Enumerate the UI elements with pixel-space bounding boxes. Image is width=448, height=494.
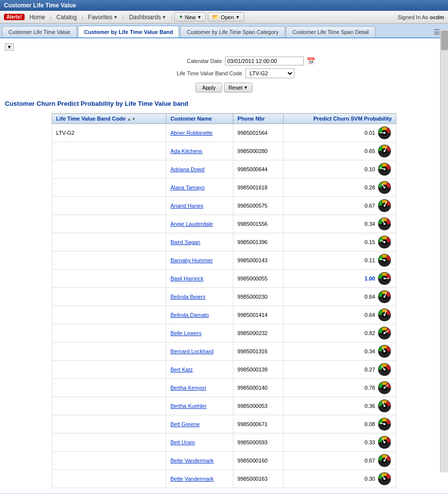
cell-customer-name[interactable]: Bett Uram [166,433,233,452]
cell-probability: 0.30 [283,470,396,488]
cell-probability: 0.11 [283,251,396,270]
table-row: Belle Lowers99850002320.82 [52,324,396,342]
cell-band-code [52,142,166,160]
probability-value: 0.64 [365,312,375,318]
cell-customer-name[interactable]: Bett Greene [166,415,233,433]
col-header-phone[interactable]: Phone Nbr [233,114,284,124]
probability-value: 0.10 [365,166,375,172]
cell-customer-name[interactable]: Belinda Damato [166,306,233,324]
probability-value: 0.33 [365,439,375,445]
sort-icon-band[interactable]: ▲▼ [127,117,136,122]
new-button[interactable]: ✦ New ▼ [174,12,206,22]
tab-list-icon[interactable]: ☰ [434,28,440,36]
probability-value: 0.67 [365,203,375,209]
catalog-link[interactable]: Catalog [54,13,80,22]
cell-probability: 0.08 [283,415,396,433]
title-bar: Customer Life Time Value [0,0,448,11]
table-row: Bett Uram99850005930.33 [52,433,396,452]
cell-customer-name[interactable]: Bernard Lockhard [166,342,233,361]
gauge-canvas [377,289,392,304]
cell-phone: 9985000575 [233,197,284,215]
tab-lifespan-category[interactable]: Customer by Life Time Span Category [180,26,285,37]
cell-customer-name[interactable]: Bert Katz [166,361,233,379]
scrollbar[interactable] [440,30,448,472]
open-button[interactable]: 📂 Open ▼ [208,12,244,22]
dashboards-link[interactable]: Dashboards ▼ [126,13,169,22]
cell-band-code [52,324,166,342]
cell-customer-name[interactable]: Baird Sagan [166,233,233,251]
cell-probability: 0.33 [283,433,396,452]
reset-button[interactable]: Reset ▼ [224,83,253,93]
cell-customer-name[interactable]: Bette Vandermark [166,470,233,488]
ltv-band-label: Life Time Value Band Code [154,70,242,76]
table-row: Angie Lauderdale99850015560.34 [52,215,396,233]
cell-phone: 9985001618 [233,179,284,197]
apply-button[interactable]: Apply [195,83,222,93]
calendar-date-input[interactable] [225,57,304,65]
calendar-date-row: Calendar Date 📅 [133,57,315,65]
cell-phone: 9985000139 [233,361,284,379]
calendar-icon[interactable]: 📅 [307,57,315,65]
ltv-band-select[interactable]: LTV-G2 LTV-G1 LTV-G3 [245,68,294,78]
cell-customer-name[interactable]: Alana Tamayo [166,179,233,197]
cell-phone: 9985000143 [233,251,284,270]
nav-sep-2: | [82,14,83,20]
gauge-canvas [377,198,392,213]
cell-customer-name[interactable]: Angie Lauderdale [166,215,233,233]
data-table: Life Time Value Band Code ▲▼ Customer Na… [52,113,396,488]
open-icon: 📂 [212,14,219,20]
cell-customer-name[interactable]: Adriana Dowd [166,160,233,179]
probability-value: 0.27 [365,367,375,372]
tab-lifetime-value[interactable]: Customer Life Time Value [2,26,77,37]
table-row: Basil Hamrick99850000551.00 [52,270,396,288]
tab-lifetime-value-band[interactable]: Customer by Life Time Value Band [78,26,180,37]
cell-band-code [52,470,166,488]
new-arrow: ▼ [197,15,201,20]
probability-value: 0.64 [365,294,375,300]
cell-customer-name[interactable]: Abner Robbinette [166,124,233,142]
cell-customer-name[interactable]: Bertha Kuehler [166,397,233,415]
top-nav: Alerts! Home | Catalog | Favorites ▼ | D… [0,11,448,24]
gauge-canvas [377,453,392,468]
cell-phone: 9985001396 [233,233,284,251]
cell-customer-name[interactable]: Belle Lowers [166,324,233,342]
table-row: Bette Vandermark99850001600.67 [52,452,396,470]
cell-customer-name[interactable]: Barnaby Hummer [166,251,233,270]
cell-band-code [52,306,166,324]
cell-customer-name[interactable]: Bette Vandermark [166,452,233,470]
alert-badge[interactable]: Alerts! [4,14,25,20]
tab-lifespan-detail[interactable]: Customer Life Time Span Detail [286,26,375,37]
favorites-link[interactable]: Favorites ▼ [85,13,121,22]
home-link[interactable]: Home [27,13,48,22]
cell-band-code [52,433,166,452]
scrollbar-thumb[interactable] [441,31,448,50]
cell-band-code [52,197,166,215]
probability-value: 0.30 [365,476,375,482]
col-header-band-code[interactable]: Life Time Value Band Code ▲▼ [52,114,166,124]
table-row: Bertha Kenyon99850001400.78 [52,379,396,397]
cell-probability: 0.10 [283,160,396,179]
collapse-arrow[interactable]: ▼ [5,43,14,51]
col-header-customer-name[interactable]: Customer Name [166,114,233,124]
new-icon: ✦ [179,14,183,20]
cell-band-code [52,342,166,361]
cell-customer-name[interactable]: Bertha Kenyon [166,379,233,397]
cell-customer-name[interactable]: Basil Hamrick [166,270,233,288]
cell-band-code [52,215,166,233]
table-row: Ada Kitchens99850002800.65 [52,142,396,160]
gauge-canvas [377,253,392,268]
cell-customer-name[interactable]: Anand Hanes [166,197,233,215]
probability-value: 0.78 [365,385,375,391]
probability-value: 0.36 [365,403,375,409]
col-header-predict-churn[interactable]: Predict Churn SVM Probability [283,114,396,124]
cell-phone: 9985000671 [233,415,284,433]
cell-customer-name[interactable]: Ada Kitchens [166,142,233,160]
app-title: Customer Life Time Value [4,2,76,9]
nav-sep-4: | [171,14,173,20]
probability-value: 0.67 [365,458,375,463]
cell-phone: 9985000160 [233,452,284,470]
cell-phone: 9985001556 [233,215,284,233]
cell-customer-name[interactable]: Belinda Beiers [166,288,233,306]
gauge-canvas [377,180,392,195]
nav-sep-1: | [50,14,52,20]
